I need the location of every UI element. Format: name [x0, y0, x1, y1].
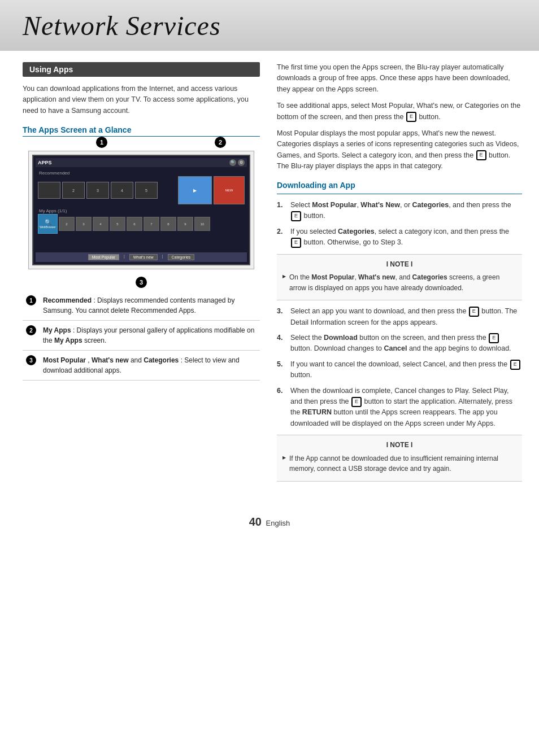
step-1-most-popular: Most Popular — [312, 201, 357, 209]
step-6-return: RETURN — [302, 408, 332, 416]
callout-1: 1 — [96, 137, 107, 148]
empty-row-1 — [36, 236, 247, 243]
table-cell-3: Most Popular , What's new and Categories… — [40, 351, 260, 381]
myapps-label: My Apps (1/1) — [38, 208, 245, 214]
num-badge-1: 1 — [26, 295, 36, 305]
button-icon-2: E — [476, 150, 486, 160]
step-2: 2. If you selected Categories, select a … — [277, 226, 522, 248]
left-column: Using Apps You can download applications… — [23, 62, 260, 487]
myapp-4: 4 — [93, 217, 108, 231]
num-cell-2: 2 — [23, 321, 40, 351]
step-2-text: If you selected Categories, select a cat… — [290, 226, 522, 248]
intro-paragraph: You can download applications from the I… — [23, 84, 260, 116]
note-2-header: I NOTE I — [282, 440, 516, 451]
note-1-header: I NOTE I — [282, 259, 516, 270]
rec-app-3: 3 — [86, 182, 109, 199]
button-icon-1: E — [406, 112, 416, 122]
note-2-item-1: If the App cannot be downloaded due to i… — [282, 453, 516, 474]
num-cell-1: 1 — [23, 291, 40, 321]
mini-top-icons: 🔍 ⚙ — [229, 159, 245, 166]
page-footer: 40 English — [0, 504, 539, 534]
myapps-section: My Apps (1/1) 🔍 WebBrowser 2 3 4 5 6 7 — [36, 207, 247, 235]
callout-table: 1 Recommended : Displays recommended con… — [23, 291, 260, 381]
separator-2: | — [162, 254, 163, 260]
mini-apps-screen: APPS 🔍 ⚙ Recommended 2 3 4 — [32, 155, 250, 265]
step-1-text: Select Most Popular, What's New, or Cate… — [290, 200, 522, 222]
footer-lang: English — [266, 519, 290, 527]
right-column: The first time you open the Apps screen,… — [277, 62, 522, 487]
step-6-text: When the download is complete, Cancel ch… — [290, 386, 522, 430]
text-and: and — [131, 356, 144, 364]
myapp-9: 9 — [177, 217, 193, 231]
button-icon-5: E — [469, 307, 479, 317]
page-header: Network Services — [0, 0, 539, 51]
mini-settings-icon: ⚙ — [238, 159, 245, 166]
label-myapps: My Apps — [43, 326, 71, 334]
categories-btn: Categories — [168, 254, 195, 260]
note-1-item-1: On the Most Popular, What's new, and Cat… — [282, 272, 516, 293]
step-1-categories: Categories — [412, 201, 449, 209]
mini-top-bar: APPS 🔍 ⚙ — [36, 158, 247, 167]
myapp-8: 8 — [160, 217, 176, 231]
recommended-label: Recommended — [38, 170, 245, 176]
most-popular-btn: Most Popular — [88, 254, 119, 260]
step-5-num: 5. — [277, 359, 286, 381]
mini-search-icon: 🔍 — [229, 159, 236, 166]
table-row-3: 3 Most Popular , What's new and Categori… — [23, 351, 260, 381]
right-para-1: The first time you open the Apps screen,… — [277, 62, 522, 95]
step-2-num: 2. — [277, 226, 286, 248]
rec-featured-2: NEW — [214, 176, 245, 204]
mini-bottom-bar: Most Popular | What's new | Categories — [36, 252, 247, 262]
diagram-title: The Apps Screen at a Glance — [23, 125, 260, 137]
recommended-section: Recommended 2 3 4 5 ▶ NEW — [36, 169, 247, 206]
num-badge-2: 2 — [26, 325, 36, 335]
myapps-row: 🔍 WebBrowser 2 3 4 5 6 7 8 9 10 — [38, 214, 245, 234]
text-myapps-2: screen. — [84, 337, 106, 344]
right-para-2: To see additional apps, select Most Popu… — [277, 100, 522, 123]
step-3-num: 3. — [277, 306, 286, 328]
step-5-text: If you want to cancel the download, sele… — [290, 359, 522, 381]
label-whats-new: What's new — [92, 356, 129, 364]
step-4-cancel: Cancel — [384, 344, 407, 352]
step-3-text: Select an app you want to download, and … — [290, 306, 522, 328]
step-6: 6. When the download is complete, Cancel… — [277, 386, 522, 430]
step-3: 3. Select an app you want to download, a… — [277, 306, 522, 328]
note-1-list: On the Most Popular, What's new, and Cat… — [282, 272, 516, 293]
rec-featured-1: ▶ — [178, 176, 212, 204]
browse-app-icon: 🔍 WebBrowser — [38, 214, 58, 234]
step-4: 4. Select the Download button on the scr… — [277, 333, 522, 355]
callout-3: 3 — [136, 277, 147, 288]
note-box-1: I NOTE I On the Most Popular, What's new… — [277, 254, 522, 301]
callout-2: 2 — [215, 137, 226, 148]
rec-app-4: 4 — [111, 182, 133, 199]
mini-apps-label: APPS — [38, 160, 52, 165]
step-2-categories: Categories — [338, 228, 375, 235]
button-icon-4: E — [291, 238, 301, 248]
label-most-popular: Most Popular — [43, 356, 86, 364]
step-4-text: Select the Download button on the screen… — [290, 333, 522, 355]
label-categories: Categories — [144, 356, 179, 364]
rec-app-5: 5 — [135, 182, 158, 199]
rec-app-1 — [38, 182, 60, 199]
note-most-popular: Most Popular — [311, 273, 354, 281]
table-cell-2: My Apps : Displays your personal gallery… — [40, 321, 260, 351]
recommended-apps-row: 2 3 4 5 ▶ NEW — [38, 176, 245, 204]
note-whats-new: What's new — [358, 273, 395, 281]
button-icon-3: E — [291, 211, 301, 221]
note-2-list: If the App cannot be downloaded due to i… — [282, 453, 516, 474]
section-heading: Using Apps — [23, 62, 260, 77]
step-1: 1. Select Most Popular, What's New, or C… — [277, 200, 522, 222]
step-1-whats-new: What's New — [360, 201, 400, 209]
note-categories: Categories — [412, 273, 447, 281]
table-row-2: 2 My Apps : Displays your personal galle… — [23, 321, 260, 351]
step-4-download: Download — [324, 334, 358, 342]
separator-1: | — [124, 254, 125, 260]
step-1-num: 1. — [277, 200, 286, 222]
rec-app-2: 2 — [62, 182, 85, 199]
myapp-3: 3 — [76, 217, 92, 231]
download-section-title: Downloading an App — [277, 180, 522, 194]
whats-new-btn: What's new — [129, 254, 158, 260]
label-recommended: Recommended — [43, 296, 92, 304]
page-title: Network Services — [23, 10, 221, 41]
num-cell-3: 3 — [23, 351, 40, 381]
